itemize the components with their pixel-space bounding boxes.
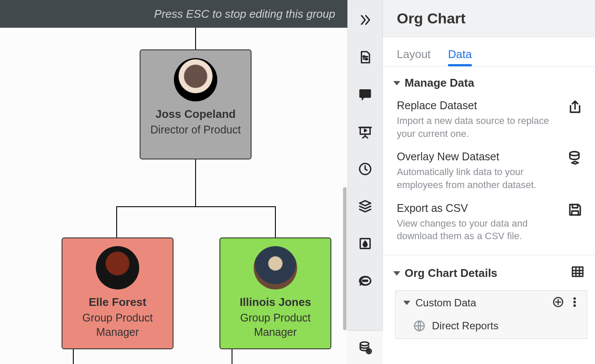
connector (73, 349, 74, 364)
svg-rect-14 (572, 267, 583, 276)
save-disk-icon (566, 202, 585, 218)
custom-data-label: Custom Data (415, 297, 476, 309)
manage-data-header[interactable]: Manage Data (383, 67, 595, 93)
person-name: Elle Forest (89, 296, 147, 309)
overlay-dataset-item[interactable]: Overlay New Dataset Automatically link d… (383, 144, 595, 195)
field-label: Direct Reports (432, 320, 498, 332)
avatar (254, 246, 297, 289)
svg-point-7 (363, 280, 364, 282)
layers-icon[interactable] (347, 196, 383, 217)
chevron-down-icon (393, 271, 400, 276)
connector (232, 349, 232, 364)
connector (195, 28, 196, 49)
properties-panel: Org Chart Layout Data Manage Data Replac… (383, 0, 595, 364)
scrollbar-thumb[interactable] (343, 187, 347, 330)
org-node-child-1[interactable]: Elle Forest Group Product Manager (62, 237, 173, 349)
svg-point-18 (574, 305, 576, 307)
panel-tabs: Layout Data (383, 37, 595, 67)
esc-hint: Press ESC to stop editing this group (154, 7, 335, 21)
svg-text:❝: ❝ (364, 91, 367, 97)
editor-hint-bar: Press ESC to stop editing this group (0, 0, 347, 28)
expand-icon[interactable] (347, 10, 383, 30)
person-title: Group Product Manager (62, 311, 173, 339)
export-csv-item[interactable]: Export as CSV View changes to your data … (383, 196, 595, 247)
doc-settings-icon[interactable] (347, 47, 383, 68)
svg-point-17 (574, 301, 576, 303)
icon-sidebar: ❝ (347, 0, 383, 364)
item-desc: Automatically link data to your employee… (397, 166, 553, 191)
item-desc: Import a new data source to replace your… (397, 114, 553, 140)
item-title: Overlay New Dataset (397, 150, 558, 163)
clock-icon[interactable] (347, 159, 383, 179)
person-name: Illinois Jones (240, 296, 311, 309)
item-desc: View changes to your data and download t… (397, 217, 553, 243)
add-field-icon[interactable] (552, 296, 564, 310)
custom-data-header[interactable]: Custom Data (396, 291, 587, 315)
person-name: Joss Copeland (156, 107, 236, 121)
section-label: Org Chart Details (405, 266, 497, 280)
globe-icon (413, 319, 426, 332)
item-title: Export as CSV (397, 202, 558, 214)
avatar (96, 246, 139, 289)
chevron-down-icon (393, 81, 400, 85)
org-chart-canvas[interactable]: Press ESC to stop editing this group Jos… (0, 0, 347, 364)
upload-icon (566, 99, 585, 115)
svg-point-11 (360, 342, 369, 346)
connector (195, 159, 196, 206)
more-menu-icon[interactable] (569, 296, 581, 310)
replace-dataset-item[interactable]: Replace Dataset Import a new data source… (383, 93, 595, 144)
connector (116, 206, 117, 237)
person-title: Group Product Manager (220, 311, 330, 339)
direct-reports-field[interactable]: Direct Reports (396, 315, 587, 338)
tab-layout[interactable]: Layout (397, 48, 431, 66)
svg-point-13 (570, 152, 579, 156)
data-link-icon[interactable] (347, 330, 383, 364)
item-title: Replace Dataset (397, 99, 558, 112)
svg-point-8 (365, 280, 366, 282)
org-node-root[interactable]: Joss Copeland Director of Product (140, 49, 252, 159)
panel-title: Org Chart (383, 0, 595, 37)
chevron-down-icon (403, 301, 410, 305)
person-title: Director of Product (144, 123, 247, 137)
comment-quote-icon[interactable]: ❝ (347, 84, 383, 105)
section-label: Manage Data (405, 76, 474, 90)
table-icon[interactable] (571, 265, 585, 282)
chat-icon[interactable] (347, 270, 383, 291)
connector (275, 206, 276, 237)
avatar (174, 58, 217, 101)
org-chart-details-header[interactable]: Org Chart Details (383, 255, 595, 288)
fill-drop-icon[interactable] (347, 233, 383, 254)
svg-point-9 (366, 280, 368, 282)
custom-data-box: Custom Data Direct Reports (395, 290, 587, 339)
database-overlay-icon (566, 150, 585, 166)
tab-data[interactable]: Data (448, 48, 472, 66)
connector (116, 206, 276, 207)
svg-point-16 (574, 298, 576, 300)
org-node-child-2[interactable]: Illinois Jones Group Product Manager (219, 237, 331, 349)
presentation-icon[interactable] (347, 121, 383, 142)
